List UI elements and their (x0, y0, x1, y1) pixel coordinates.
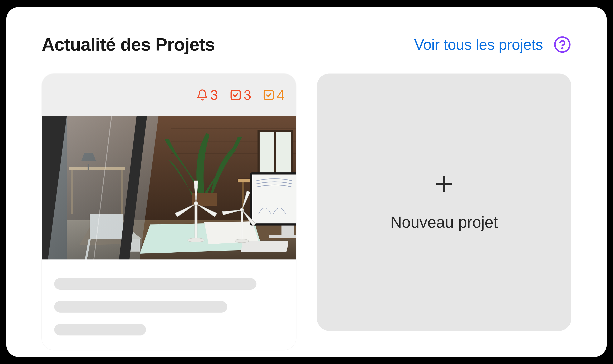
svg-rect-3 (265, 90, 274, 100)
svg-rect-22 (269, 235, 296, 238)
svg-marker-18 (204, 221, 259, 244)
project-card-stats: 3 3 (42, 74, 296, 116)
svg-rect-23 (241, 241, 289, 252)
new-project-card[interactable]: Nouveau projet (317, 74, 571, 331)
cards-row: 3 3 (42, 74, 571, 350)
svg-point-1 (562, 48, 563, 49)
notifications-stat: 3 (196, 88, 218, 102)
check-square-icon (230, 89, 242, 101)
checks-red-count: 3 (244, 88, 251, 102)
section-title: Actualité des Projets (42, 34, 215, 55)
svg-point-27 (188, 238, 204, 242)
checks-red-stat: 3 (230, 88, 251, 102)
projects-panel: Actualité des Projets Voir tous les proj… (6, 7, 607, 357)
see-all-projects-link[interactable]: Voir tous les projets (414, 36, 543, 53)
svg-rect-2 (231, 90, 240, 100)
bell-icon (196, 89, 208, 101)
checks-orange-stat: 4 (263, 88, 285, 102)
svg-rect-25 (195, 204, 197, 239)
svg-rect-28 (241, 210, 243, 240)
project-card[interactable]: 3 3 (42, 74, 296, 350)
svg-point-30 (235, 239, 249, 243)
placeholder-line (54, 278, 256, 290)
svg-rect-21 (281, 225, 294, 236)
placeholder-line (54, 324, 146, 336)
project-thumbnail (42, 116, 296, 260)
project-card-body (42, 260, 296, 350)
notifications-count: 3 (210, 88, 218, 102)
check-square-icon (263, 89, 275, 101)
header-actions: Voir tous les projets (414, 36, 571, 53)
plus-icon (434, 173, 455, 194)
new-project-label: Nouveau projet (390, 213, 498, 231)
help-icon[interactable] (553, 36, 571, 53)
placeholder-line (54, 301, 227, 312)
section-header: Actualité des Projets Voir tous les proj… (42, 34, 571, 55)
checks-orange-count: 4 (277, 88, 285, 102)
